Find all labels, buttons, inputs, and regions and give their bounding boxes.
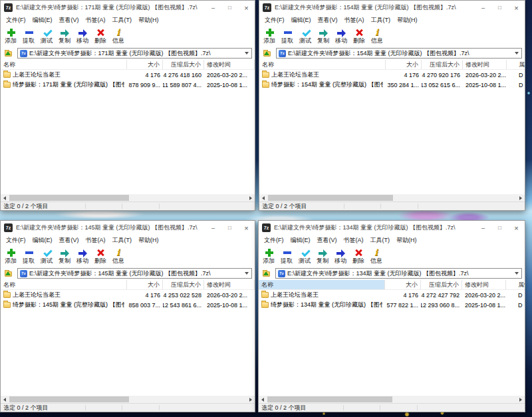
file-list-empty-area[interactable] bbox=[1, 310, 255, 396]
address-combo[interactable]: 7z E:\新建文件夹\绮梦摄影：171期 童童 (无印珍藏版) 【图包视频】.… bbox=[17, 48, 252, 59]
menu-item-help[interactable]: 帮助(H) bbox=[135, 236, 162, 245]
column-header-modified[interactable]: 修改时间 bbox=[462, 280, 506, 289]
scrollbar-thumb[interactable] bbox=[9, 195, 129, 201]
menu-item-tools[interactable]: 工具(T) bbox=[368, 16, 394, 25]
toolbar-move-button[interactable]: 移动 bbox=[76, 248, 88, 267]
toolbar-test-button[interactable]: 测试 bbox=[299, 28, 311, 47]
title-bar[interactable]: 7z E:\新建文件夹\绮梦摄影：154期 童童 (无印珍藏版) 【图包视频】.… bbox=[259, 1, 525, 15]
menu-item-edit[interactable]: 编辑(E) bbox=[29, 236, 56, 245]
scrollbar-thumb[interactable] bbox=[268, 195, 393, 201]
menu-item-view[interactable]: 查看(V) bbox=[314, 236, 340, 245]
toolbar-extract-button[interactable]: 提取 bbox=[23, 28, 35, 47]
column-header-attributes[interactable]: 属性 bbox=[507, 60, 525, 69]
toolbar-add-button[interactable]: 添加 bbox=[5, 248, 17, 267]
scroll-right-arrow-icon[interactable] bbox=[247, 194, 255, 202]
menu-item-file[interactable]: 文件(F) bbox=[261, 16, 288, 25]
column-header-packed-size[interactable]: 压缩后大小 bbox=[163, 60, 204, 69]
minimize-button[interactable]: – bbox=[205, 221, 221, 235]
maximize-button[interactable]: □ bbox=[221, 1, 238, 15]
scroll-left-arrow-icon[interactable] bbox=[1, 396, 9, 403]
dropdown-arrow-icon[interactable] bbox=[245, 52, 249, 55]
table-row[interactable]: 绮梦摄影：154期 童童 (完整珍藏版) 【图包+视频】 17 350 284 … bbox=[259, 80, 525, 90]
folder-up-button[interactable] bbox=[261, 269, 273, 279]
menu-item-bookmarks[interactable]: 书签(A) bbox=[82, 16, 109, 25]
horizontal-scrollbar[interactable] bbox=[1, 396, 255, 403]
column-header-size[interactable]: 大小 bbox=[127, 280, 163, 289]
column-header-modified[interactable]: 修改时间 bbox=[463, 60, 507, 69]
address-combo[interactable]: 7z E:\新建文件夹\绮梦摄影：134期 童童 (无印珍藏版) 【图包视频】.… bbox=[275, 268, 522, 279]
menu-item-view[interactable]: 查看(V) bbox=[315, 16, 341, 25]
column-header-modified[interactable]: 修改时间 bbox=[204, 280, 255, 289]
column-header-size[interactable]: 大小 bbox=[386, 60, 422, 69]
title-bar[interactable]: 7z E:\新建文件夹\绮梦摄影：145期 童童 (无印珍藏版) 【图包视频】.… bbox=[1, 221, 255, 235]
toolbar-copy-button[interactable]: 复制 bbox=[317, 28, 329, 47]
toolbar-move-button[interactable]: 移动 bbox=[334, 248, 346, 267]
menu-item-view[interactable]: 查看(V) bbox=[56, 236, 82, 245]
horizontal-scrollbar[interactable] bbox=[259, 194, 525, 202]
menu-item-edit[interactable]: 编辑(E) bbox=[287, 236, 314, 245]
folder-up-button[interactable] bbox=[262, 49, 273, 59]
menu-item-tools[interactable]: 工具(T) bbox=[367, 236, 394, 245]
scroll-right-arrow-icon[interactable] bbox=[517, 396, 525, 403]
toolbar-delete-button[interactable]: 删除 bbox=[94, 28, 106, 47]
maximize-button[interactable]: □ bbox=[491, 1, 508, 15]
menu-item-view[interactable]: 查看(V) bbox=[56, 16, 82, 25]
toolbar-extract-button[interactable]: 提取 bbox=[281, 248, 293, 267]
scrollbar-thumb[interactable] bbox=[267, 396, 392, 402]
scroll-right-arrow-icon[interactable] bbox=[247, 396, 255, 403]
menu-item-file[interactable]: 文件(F) bbox=[3, 236, 29, 245]
toolbar-test-button[interactable]: 测试 bbox=[41, 248, 53, 267]
toolbar-move-button[interactable]: 移动 bbox=[335, 28, 347, 47]
column-header-name[interactable]: 名称 bbox=[259, 280, 385, 289]
folder-up-button[interactable] bbox=[3, 49, 15, 59]
toolbar-delete-button[interactable]: 删除 bbox=[352, 248, 364, 267]
scroll-left-arrow-icon[interactable] bbox=[259, 396, 267, 403]
minimize-button[interactable]: – bbox=[475, 221, 491, 235]
toolbar-add-button[interactable]: 添加 bbox=[5, 28, 17, 47]
minimize-button[interactable]: – bbox=[205, 1, 221, 15]
toolbar-move-button[interactable]: 移动 bbox=[76, 28, 88, 47]
table-row[interactable]: 绮梦摄影：145期 童童 (完整珍藏版) 【图包+视频】 16 858 003 … bbox=[1, 300, 255, 310]
close-button[interactable]: × bbox=[238, 221, 255, 235]
toolbar-delete-button[interactable]: 删除 bbox=[353, 28, 365, 47]
table-row[interactable]: 绮梦摄影：134期 童童 (无印珍藏版) 【图包+视频】 16 577 822 … bbox=[259, 300, 525, 310]
horizontal-scrollbar[interactable] bbox=[1, 194, 255, 202]
toolbar-info-button[interactable]: i 信息 bbox=[112, 28, 124, 47]
minimize-button[interactable]: – bbox=[475, 1, 491, 15]
menu-item-tools[interactable]: 工具(T) bbox=[109, 16, 136, 25]
scroll-left-arrow-icon[interactable] bbox=[259, 194, 267, 202]
horizontal-scrollbar[interactable] bbox=[259, 396, 525, 403]
menu-item-bookmarks[interactable]: 书签(A) bbox=[340, 236, 367, 245]
menu-item-file[interactable]: 文件(F) bbox=[261, 236, 287, 245]
column-header-name[interactable]: 名称 bbox=[1, 60, 127, 69]
scrollbar-thumb[interactable] bbox=[9, 396, 129, 402]
column-header-size[interactable]: 大小 bbox=[127, 60, 163, 69]
toolbar-test-button[interactable]: 测试 bbox=[299, 248, 311, 267]
toolbar-copy-button[interactable]: 复制 bbox=[59, 28, 70, 47]
table-row[interactable]: 绮梦摄影：171期 童童 (无印珍藏版) 【图包+视频】 15 878 909 … bbox=[1, 80, 255, 90]
file-list-empty-area[interactable] bbox=[259, 90, 525, 194]
maximize-button[interactable]: □ bbox=[221, 221, 238, 235]
menu-item-help[interactable]: 帮助(H) bbox=[135, 16, 162, 25]
table-row[interactable]: 上老王论坛当老王 4 176 4 272 427 792 2026-03-20 … bbox=[259, 290, 525, 300]
column-header-packed-size[interactable]: 压缩后大小 bbox=[421, 280, 462, 289]
table-row[interactable]: 上老王论坛当老王 4 176 4 276 418 160 2026-03-20 … bbox=[1, 70, 255, 80]
menu-item-edit[interactable]: 编辑(E) bbox=[29, 16, 56, 25]
toolbar-copy-button[interactable]: 复制 bbox=[59, 248, 70, 267]
toolbar-info-button[interactable]: i 信息 bbox=[371, 28, 383, 47]
toolbar-add-button[interactable]: 添加 bbox=[263, 28, 275, 47]
menu-item-help[interactable]: 帮助(H) bbox=[394, 16, 421, 25]
dropdown-arrow-icon[interactable] bbox=[245, 272, 249, 275]
title-bar[interactable]: 7z E:\新建文件夹\绮梦摄影：171期 童童 (无印珍藏版) 【图包视频】.… bbox=[1, 1, 255, 15]
menu-item-bookmarks[interactable]: 书签(A) bbox=[82, 236, 109, 245]
toolbar-delete-button[interactable]: 删除 bbox=[94, 248, 106, 267]
address-combo[interactable]: 7z E:\新建文件夹\绮梦摄影：154期 童童 (无印珍藏版) 【图包视频】.… bbox=[276, 48, 522, 59]
column-header-name[interactable]: 名称 bbox=[1, 280, 127, 289]
menu-item-bookmarks[interactable]: 书签(A) bbox=[341, 16, 368, 25]
file-list-empty-area[interactable] bbox=[1, 90, 255, 194]
column-header-modified[interactable]: 修改时间 bbox=[204, 60, 255, 69]
scroll-right-arrow-icon[interactable] bbox=[517, 194, 525, 202]
toolbar-extract-button[interactable]: 提取 bbox=[281, 28, 293, 47]
folder-up-button[interactable] bbox=[3, 269, 15, 279]
dropdown-arrow-icon[interactable] bbox=[515, 272, 519, 275]
